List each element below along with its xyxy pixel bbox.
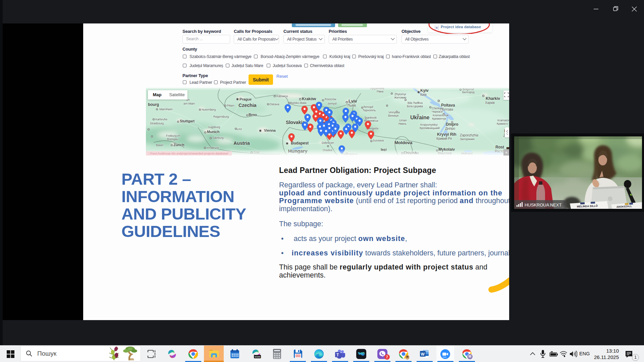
svg-text:Bila Tserkva: Bila Tserkva: [408, 101, 423, 105]
svg-text:Kraków: Kraków: [302, 97, 316, 101]
svg-text:Austria: Austria: [233, 140, 250, 146]
svg-text:Katowice: Katowice: [276, 95, 288, 98]
svg-text:Запоріжжя: Запоріжжя: [460, 137, 475, 141]
svg-text:Budapest: Budapest: [291, 141, 309, 145]
svg-text:Крамато: Крамато: [497, 122, 508, 125]
svg-text:Poltava: Poltava: [441, 103, 455, 108]
svg-text:Ukraine: Ukraine: [410, 115, 430, 120]
svg-text:Dnipro: Dnipro: [446, 122, 458, 127]
svg-text:Lviv: Lviv: [348, 99, 357, 104]
svg-text:Zaporizhzhia: Zaporizhzhia: [460, 133, 478, 137]
svg-text:Strasbourg: Strasbourg: [150, 122, 164, 125]
svg-text:Freiburg im: Freiburg im: [166, 134, 180, 137]
svg-text:Augsburg: Augsburg: [208, 125, 220, 129]
svg-text:Pilsen: Pilsen: [227, 104, 234, 107]
svg-text:Moldova: Moldova: [394, 140, 413, 145]
svg-text:Kharkiv: Kharkiv: [486, 96, 500, 101]
svg-text:Vienna: Vienna: [264, 128, 276, 132]
svg-text:Munich: Munich: [207, 130, 220, 134]
svg-text:Kramator: Kramator: [497, 119, 509, 122]
svg-text:Кременчук: Кременчук: [432, 117, 446, 120]
svg-text:Харків: Харків: [485, 101, 495, 105]
svg-text:Vinnytsia: Vinnytsia: [388, 111, 400, 114]
svg-text:Полтава: Полтава: [440, 108, 453, 111]
svg-text:Дніпро: Дніпро: [445, 127, 455, 130]
svg-text:Innsbruck: Innsbruck: [207, 146, 219, 149]
svg-text:::://next.huskroua-cbc.eu/proj: ::://next.huskroua-cbc.eu/projects/award…: [148, 152, 229, 155]
svg-text:Rzeszów: Rzeszów: [325, 98, 336, 101]
svg-text:M365: M365: [255, 356, 261, 358]
svg-text:Kropyvnytskyi: Kropyvnytskyi: [420, 123, 438, 126]
svg-text:Вінниця: Вінниця: [388, 114, 398, 117]
svg-text:Suceava: Suceava: [373, 139, 384, 142]
svg-text:Kryvyi Rih: Kryvyi Rih: [437, 132, 456, 137]
svg-text:Prague: Prague: [239, 97, 252, 101]
svg-text:W: W: [421, 352, 425, 357]
svg-text:Debrecen: Debrecen: [322, 141, 334, 144]
svg-text:Bielsko-Biala: Bielsko-Biala: [290, 101, 307, 105]
svg-text:Zürich: Zürich: [173, 143, 184, 147]
svg-text:Ostrava: Ostrava: [269, 103, 279, 106]
svg-text:Рівне: Рівне: [377, 90, 384, 93]
svg-text:Mannheim: Mannheim: [159, 108, 172, 111]
svg-text:zemysl: zemysl: [328, 102, 336, 105]
svg-text:Львів: Львів: [347, 103, 356, 107]
svg-text:Breisgau: Breisgau: [167, 137, 178, 141]
svg-text:Brno: Brno: [249, 113, 257, 117]
svg-text:T: T: [336, 353, 339, 357]
svg-text:Кропивницький: Кропивницький: [420, 126, 440, 130]
svg-text:Linz: Linz: [237, 127, 242, 131]
svg-text:Тернопіль: Тернопіль: [363, 109, 376, 112]
svg-text:Біла Церква: Біла Церква: [407, 105, 423, 108]
svg-text:Basel: Basel: [156, 143, 163, 147]
svg-text:Czechia: Czechia: [238, 103, 257, 108]
svg-text:Київ: Київ: [420, 93, 427, 97]
svg-text:bourg: bourg: [148, 102, 159, 107]
svg-text:HUSKROUA NEXT: HUSKROUA NEXT: [525, 202, 561, 207]
svg-text:Умань: Умань: [398, 122, 407, 125]
svg-text:Stuttgart: Stuttgart: [180, 119, 195, 123]
svg-text:Кривий Ріг: Кривий Ріг: [436, 137, 452, 140]
svg-text:Regensburg: Regensburg: [213, 115, 229, 118]
svg-text:Uman: Uman: [399, 119, 407, 122]
svg-text:Karlsruhe: Karlsruhe: [155, 118, 167, 121]
svg-text:Nuremberg: Nuremberg: [202, 108, 216, 111]
svg-text:Rost: Rost: [495, 145, 504, 149]
svg-text:Белгород: Белгород: [462, 90, 475, 94]
svg-text:Kremenchuk: Kremenchuk: [433, 114, 449, 117]
svg-text:am Main: am Main: [183, 102, 195, 105]
svg-text:Ternopil: Ternopil: [363, 105, 373, 109]
svg-text:zoom: zoom: [443, 356, 446, 358]
svg-text:Salzburg: Salzburg: [212, 136, 223, 139]
svg-text:Zhytomyr: Zhytomyr: [394, 93, 406, 96]
svg-text:Житомир: Житомир: [394, 96, 407, 99]
